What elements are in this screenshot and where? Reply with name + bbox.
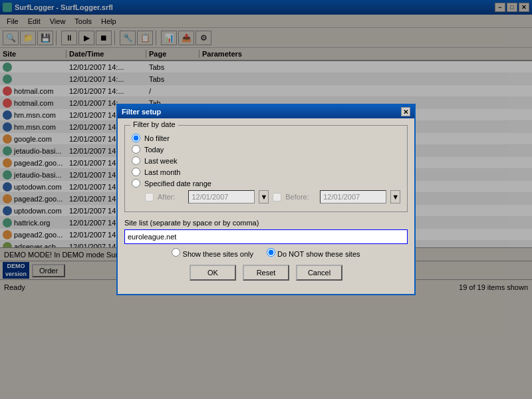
radio-specified-range[interactable] [132, 179, 140, 188]
radio-last-month-label: Last month [144, 168, 180, 176]
before-date-dropdown[interactable]: ▼ [390, 190, 400, 203]
show-options-row: Show these sites only Do NOT show these … [124, 248, 408, 258]
radio-no-filter-row: No filter [132, 134, 400, 142]
dialog-title-text: Filter setup [122, 108, 161, 116]
radio-today[interactable] [132, 145, 140, 154]
radio-last-week-row: Last week [132, 156, 400, 165]
radio-last-week[interactable] [132, 156, 140, 165]
radio-no-filter[interactable] [132, 134, 140, 142]
dialog-close-button[interactable]: ✕ [401, 107, 410, 116]
do-not-show-label: Do NOT show these sites [267, 248, 360, 258]
ok-button[interactable]: OK [190, 265, 236, 281]
modal-overlay: Filter setup ✕ Filter by date No filter … [0, 0, 532, 399]
radio-specified-range-row: Specified date range [132, 179, 400, 188]
after-date-dropdown[interactable]: ▼ [259, 190, 269, 203]
site-list-section: Site list (separate by space or by comma… [124, 219, 408, 244]
radio-show-sites[interactable] [172, 248, 180, 257]
before-checkbox[interactable] [273, 193, 281, 201]
show-these-sites-label: Show these sites only [172, 248, 253, 258]
radio-do-not-show[interactable] [267, 248, 275, 257]
radio-last-week-label: Last week [144, 157, 178, 165]
dialog-content: Filter by date No filter Today Last week… [118, 118, 414, 294]
group-label-filter-by-date: Filter by date [130, 120, 178, 128]
before-date-input[interactable] [320, 190, 386, 203]
site-list-input[interactable] [124, 229, 408, 244]
filter-dialog: Filter setup ✕ Filter by date No filter … [116, 104, 416, 295]
cancel-button[interactable]: Cancel [296, 265, 342, 281]
radio-no-filter-label: No filter [144, 134, 170, 142]
before-label: Before: [285, 193, 316, 201]
radio-specified-range-label: Specified date range [144, 180, 211, 188]
site-list-label: Site list (separate by space or by comma… [124, 219, 408, 227]
radio-last-month-row: Last month [132, 168, 400, 176]
after-date-input[interactable] [188, 190, 255, 203]
after-label: After: [158, 193, 184, 201]
dialog-buttons: OK Reset Cancel [124, 265, 408, 287]
dialog-title-bar: Filter setup ✕ [118, 105, 414, 118]
radio-today-label: Today [144, 146, 164, 154]
date-range-row: After: ▼ Before: ▼ [145, 190, 400, 203]
radio-today-row: Today [132, 145, 400, 154]
reset-button[interactable]: Reset [243, 265, 289, 281]
after-checkbox[interactable] [145, 193, 154, 201]
filter-by-date-group: Filter by date No filter Today Last week… [124, 125, 408, 212]
radio-last-month[interactable] [132, 168, 140, 176]
